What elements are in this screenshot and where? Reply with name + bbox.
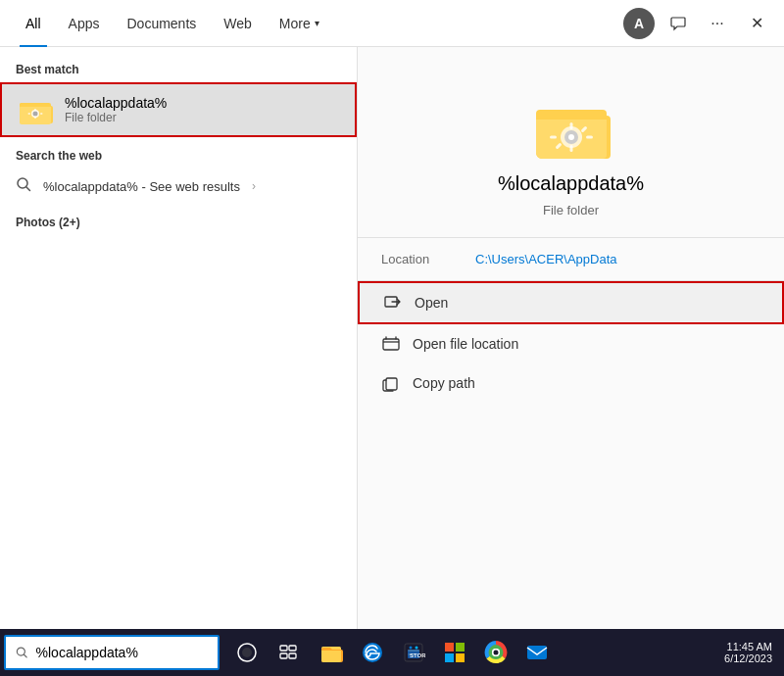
taskbar-search-icon — [16, 646, 28, 659]
svg-point-25 — [242, 648, 252, 657]
svg-rect-3 — [34, 109, 36, 112]
chrome-button[interactable] — [476, 633, 515, 672]
svg-rect-15 — [586, 136, 593, 139]
file-location-icon — [381, 334, 401, 354]
chevron-right-icon: › — [252, 179, 256, 193]
best-match-text: %localappdata% File folder — [65, 95, 339, 124]
avatar-button[interactable]: A — [623, 8, 655, 39]
action-open-file-location[interactable]: Open file location — [358, 324, 784, 363]
web-result-text: %localappdata% - See web results — [43, 179, 240, 194]
svg-rect-21 — [386, 378, 397, 390]
detail-location-row: Location C:\Users\ACER\AppData — [358, 238, 784, 281]
task-view-button[interactable] — [269, 633, 308, 672]
taskbar-right: 11:45 AM 6/12/2023 — [724, 641, 780, 664]
location-value[interactable]: C:\Users\ACER\AppData — [475, 252, 617, 266]
search-web-label: Search the web — [0, 145, 357, 169]
photos-label: Photos (2+) — [0, 212, 357, 235]
windows-button[interactable] — [435, 633, 474, 672]
tabs-bar: All Apps Documents Web More ▾ A ··· — [0, 0, 784, 47]
svg-point-2 — [33, 112, 38, 117]
search-icon — [16, 176, 31, 196]
close-icon: ✕ — [751, 14, 763, 32]
svg-rect-14 — [569, 145, 572, 152]
folder-icon — [18, 92, 53, 127]
feedback-icon-button[interactable] — [662, 8, 694, 39]
svg-rect-29 — [289, 653, 296, 658]
svg-rect-28 — [280, 653, 287, 658]
right-panel: %localappdata% File folder Location C:\U… — [358, 47, 784, 629]
action-copy-path[interactable]: Copy path — [358, 363, 784, 403]
feedback-icon — [670, 16, 686, 31]
detail-title: %localappdata% — [498, 172, 644, 195]
tab-more[interactable]: More ▾ — [266, 0, 333, 47]
svg-text:STORE: STORE — [410, 652, 425, 658]
copy-path-icon — [381, 373, 401, 393]
ellipsis-icon: ··· — [710, 15, 723, 32]
svg-rect-5 — [40, 113, 43, 115]
chevron-down-icon: ▾ — [315, 18, 319, 28]
web-result-item[interactable]: %localappdata% - See web results › — [0, 169, 357, 204]
tab-web[interactable]: Web — [210, 0, 266, 47]
svg-point-12 — [568, 134, 574, 140]
svg-point-34 — [416, 647, 418, 650]
detail-top: %localappdata% File folder — [358, 47, 784, 237]
svg-rect-27 — [289, 646, 296, 651]
svg-point-44 — [494, 651, 499, 655]
best-match-item[interactable]: %localappdata% File folder — [0, 82, 357, 137]
svg-point-33 — [410, 647, 413, 650]
svg-line-8 — [26, 187, 30, 191]
svg-rect-26 — [280, 646, 287, 651]
svg-rect-20 — [383, 339, 399, 350]
cortana-button[interactable] — [227, 633, 267, 672]
taskbar-search-input[interactable] — [36, 645, 208, 660]
svg-rect-16 — [550, 136, 557, 139]
location-label: Location — [381, 252, 460, 266]
open-icon — [383, 293, 403, 313]
taskbar-time: 11:45 AM 6/12/2023 — [724, 641, 772, 664]
edge-button[interactable] — [353, 633, 392, 672]
svg-rect-37 — [445, 643, 454, 652]
action-open[interactable]: Open — [358, 281, 784, 324]
action-copy-path-label: Copy path — [413, 375, 475, 391]
action-list: Open Open file location — [358, 281, 784, 403]
close-button[interactable]: ✕ — [741, 8, 772, 39]
taskbar-system-icons — [227, 633, 308, 672]
tabs-right-controls: A ··· ✕ — [623, 8, 772, 39]
svg-rect-4 — [34, 117, 36, 120]
big-folder-icon — [532, 86, 611, 165]
tab-documents[interactable]: Documents — [113, 0, 210, 47]
start-menu: All Apps Documents Web More ▾ A ··· — [0, 0, 784, 629]
svg-rect-45 — [527, 646, 547, 659]
left-panel: Best match — [0, 47, 358, 629]
file-explorer-button[interactable] — [312, 633, 351, 672]
mail-button[interactable] — [517, 633, 557, 672]
best-match-label: Best match — [0, 59, 357, 82]
svg-rect-38 — [456, 643, 465, 652]
svg-rect-40 — [456, 653, 465, 662]
svg-rect-39 — [445, 653, 454, 662]
action-open-label: Open — [415, 295, 448, 311]
svg-rect-6 — [28, 113, 31, 115]
search-box[interactable] — [4, 635, 220, 670]
tab-apps[interactable]: Apps — [55, 0, 114, 47]
svg-rect-13 — [569, 122, 572, 129]
taskbar-apps: STORE — [312, 633, 557, 672]
main-content: Best match — [0, 47, 784, 629]
store-button[interactable]: STORE — [394, 633, 433, 672]
svg-line-23 — [24, 654, 27, 657]
more-options-button[interactable]: ··· — [702, 8, 733, 39]
action-open-file-location-label: Open file location — [413, 336, 518, 352]
detail-subtitle: File folder — [543, 203, 599, 217]
tab-all[interactable]: All — [12, 0, 55, 47]
taskbar: STORE — [0, 629, 784, 676]
